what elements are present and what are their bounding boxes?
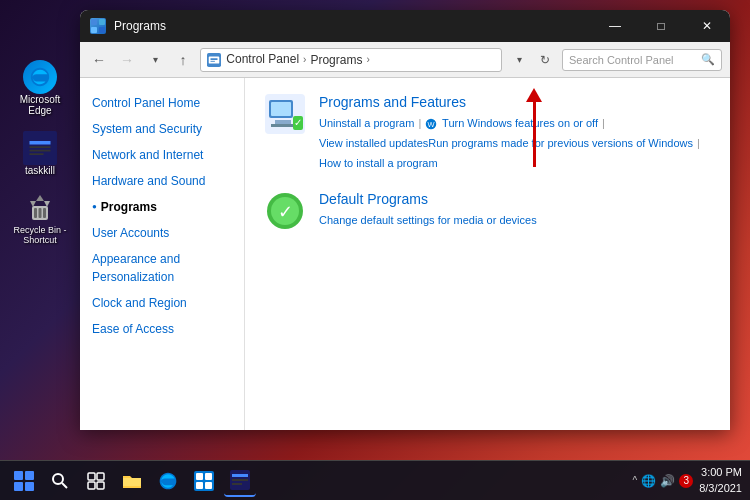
- svg-rect-20: [275, 120, 291, 124]
- address-right: ▾ ↻: [508, 49, 556, 71]
- close-button[interactable]: ✕: [684, 10, 730, 42]
- red-arrow: [526, 88, 542, 167]
- svg-rect-16: [211, 61, 215, 62]
- edge-label: MicrosoftEdge: [20, 94, 61, 116]
- maximize-button[interactable]: □: [638, 10, 684, 42]
- svg-rect-6: [34, 208, 37, 218]
- default-programs-icon: ✓: [265, 191, 305, 231]
- task-view-button[interactable]: [80, 465, 112, 497]
- back-button[interactable]: ←: [88, 49, 110, 71]
- desktop-icons: MicrosoftEdge taskkill: [10, 60, 70, 245]
- search-box[interactable]: Search Control Panel 🔍: [562, 49, 722, 71]
- content-panel: ✓ Programs and Features Uninstall a prog…: [245, 78, 730, 430]
- tray-chevron[interactable]: ^: [632, 475, 637, 486]
- edge-icon: [23, 60, 57, 94]
- default-programs-title[interactable]: Default Programs: [319, 191, 537, 207]
- svg-rect-40: [196, 473, 203, 480]
- programs-window: Programs — □ ✕ ← → ▾ ↑: [80, 10, 730, 430]
- notification-badge[interactable]: 3: [679, 474, 693, 488]
- svg-rect-7: [39, 208, 42, 218]
- forward-button[interactable]: →: [116, 49, 138, 71]
- sep-2: |: [602, 114, 605, 134]
- uninstall-program-link[interactable]: Uninstall a program: [319, 114, 414, 134]
- desktop-icon-recycle[interactable]: Recycle Bin -Shortcut: [10, 191, 70, 245]
- svg-rect-12: [99, 27, 105, 33]
- sidebar-item-programs[interactable]: Programs: [80, 194, 244, 220]
- up-button[interactable]: ↑: [172, 49, 194, 71]
- main-content: Control Panel Home System and Security N…: [80, 78, 730, 430]
- sidebar-item-user-accounts[interactable]: User Accounts: [80, 220, 244, 246]
- sidebar-item-control-panel-home[interactable]: Control Panel Home: [80, 90, 244, 116]
- desktop-icon-edge[interactable]: MicrosoftEdge: [10, 60, 70, 116]
- recycle-icon: [23, 191, 57, 225]
- sidebar-item-clock-region[interactable]: Clock and Region: [80, 290, 244, 316]
- svg-rect-43: [205, 482, 212, 489]
- title-bar: Programs — □ ✕: [80, 10, 730, 42]
- taskbar-store-button[interactable]: [188, 465, 220, 497]
- svg-rect-32: [25, 482, 34, 491]
- programs-features-links: Uninstall a program | W Turn Windows fea…: [319, 114, 710, 173]
- sidebar-item-hardware-sound[interactable]: Hardware and Sound: [80, 168, 244, 194]
- svg-rect-36: [97, 473, 104, 480]
- default-programs-section: ✓ Default Programs Change default settin…: [265, 191, 710, 231]
- change-defaults-link[interactable]: Change default settings for media or dev…: [319, 211, 537, 231]
- svg-point-33: [53, 474, 63, 484]
- start-button[interactable]: [8, 465, 40, 497]
- address-dropdown-button[interactable]: ▾: [508, 49, 530, 71]
- svg-rect-4: [30, 153, 44, 155]
- svg-rect-19: [271, 102, 291, 116]
- network-icon: 🌐: [641, 474, 656, 488]
- how-to-install-link[interactable]: How to install a program: [319, 154, 438, 174]
- taskkill-label: taskkill: [25, 165, 55, 176]
- taskbar-left: [8, 465, 256, 497]
- svg-rect-11: [91, 27, 97, 33]
- taskbar-terminal-button[interactable]: [224, 465, 256, 497]
- path-programs: Programs: [310, 53, 362, 67]
- search-placeholder: Search Control Panel: [569, 54, 674, 66]
- svg-rect-45: [232, 474, 248, 477]
- svg-rect-15: [211, 58, 218, 60]
- taskkill-icon: [23, 131, 57, 165]
- sidebar-item-network-internet[interactable]: Network and Internet: [80, 142, 244, 168]
- view-updates-link[interactable]: View installed updates: [319, 134, 428, 154]
- windows-features-link[interactable]: W Turn Windows features on or off: [425, 114, 598, 134]
- svg-text:W: W: [428, 120, 436, 129]
- sidebar-item-system-security[interactable]: System and Security: [80, 116, 244, 142]
- svg-rect-35: [88, 473, 95, 480]
- svg-rect-38: [97, 482, 104, 489]
- svg-rect-42: [196, 482, 203, 489]
- arrow-line: [533, 102, 536, 167]
- address-path[interactable]: Control Panel › Programs ›: [200, 48, 502, 72]
- programs-features-body: Programs and Features Uninstall a progra…: [319, 94, 710, 173]
- dropdown-button[interactable]: ▾: [144, 49, 166, 71]
- svg-text:✓: ✓: [294, 117, 302, 128]
- taskbar-edge-button[interactable]: [152, 465, 184, 497]
- path-chevron-1: ›: [303, 54, 306, 65]
- tray-datetime[interactable]: 3:00 PM 8/3/2021: [699, 465, 742, 496]
- svg-rect-46: [232, 479, 248, 481]
- window-icon: [90, 18, 106, 34]
- taskbar-search-button[interactable]: [44, 465, 76, 497]
- svg-rect-37: [88, 482, 95, 489]
- sep-1: |: [418, 114, 421, 134]
- svg-rect-31: [14, 482, 23, 491]
- svg-rect-29: [14, 471, 23, 480]
- programs-features-icon: ✓: [265, 94, 305, 134]
- sidebar-item-ease-of-access[interactable]: Ease of Access: [80, 316, 244, 342]
- svg-rect-8: [43, 208, 46, 218]
- recycle-label: Recycle Bin -Shortcut: [13, 225, 66, 245]
- file-explorer-button[interactable]: [116, 465, 148, 497]
- minimize-button[interactable]: —: [592, 10, 638, 42]
- previous-versions-link[interactable]: Run programs made for previous versions …: [428, 134, 693, 154]
- sidebar-item-appearance[interactable]: Appearance andPersonalization: [80, 246, 244, 290]
- svg-rect-3: [30, 150, 51, 152]
- refresh-button[interactable]: ↻: [534, 49, 556, 71]
- sep-3: |: [697, 134, 700, 154]
- desktop-icon-taskkill[interactable]: taskkill: [10, 131, 70, 176]
- programs-features-title[interactable]: Programs and Features: [319, 94, 710, 110]
- title-controls: — □ ✕: [592, 10, 730, 42]
- svg-rect-2: [30, 146, 51, 148]
- svg-rect-1: [30, 141, 51, 145]
- svg-rect-21: [271, 124, 295, 127]
- tray-time: 3:00 PM: [699, 465, 742, 480]
